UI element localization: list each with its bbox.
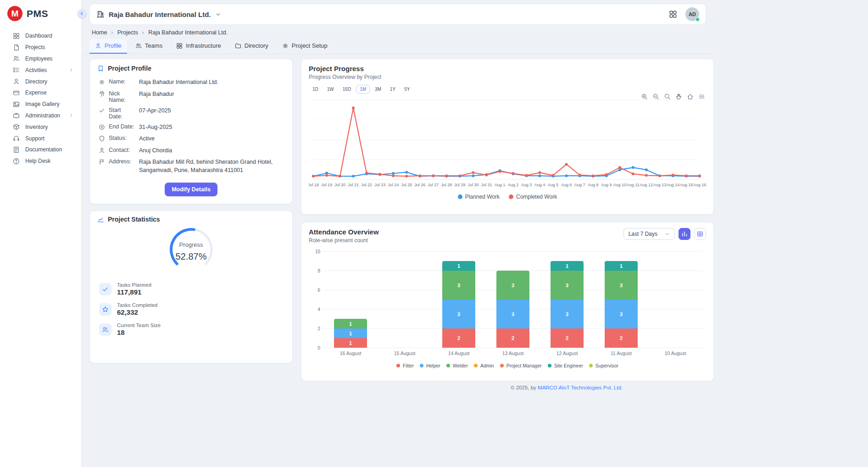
stat-label: Current Team Size bbox=[117, 322, 161, 328]
sidebar-item-expense[interactable]: Expense bbox=[0, 87, 81, 99]
svg-text:Aug 4: Aug 4 bbox=[534, 183, 545, 187]
progress-line-chart[interactable]: Jul 18Jul 19Jul 20Jul 21Jul 22Jul 23Jul … bbox=[309, 95, 707, 189]
legend-item[interactable]: Site Engineer bbox=[548, 363, 583, 368]
field-label: Nick Name: bbox=[109, 90, 135, 103]
legend-label: Supervisor bbox=[595, 363, 618, 368]
svg-text:Jul 19: Jul 19 bbox=[321, 183, 332, 187]
attendance-bar-chart[interactable]: 024681011116 August15 August233114 Augus… bbox=[309, 245, 707, 360]
field-value: Raja Bahadur bbox=[139, 90, 281, 99]
breadcrumb-projects[interactable]: Projects bbox=[117, 29, 138, 36]
sidebar-item-label: Expense bbox=[25, 89, 47, 96]
legend-item[interactable]: Completed Work bbox=[509, 194, 557, 200]
svg-text:3: 3 bbox=[620, 311, 623, 317]
attendance-controls: Last 7 Days bbox=[623, 228, 706, 240]
sidebar-item-image-gallery[interactable]: Image Gallery bbox=[0, 99, 81, 110]
sidebar-item-label: Documentation bbox=[25, 146, 62, 153]
zoom-out-icon[interactable] bbox=[652, 93, 659, 100]
svg-text:Aug 14: Aug 14 bbox=[667, 183, 680, 187]
tab-project-setup[interactable]: Project Setup bbox=[277, 39, 333, 54]
breadcrumb: Home › Projects › Raja Bahadur Internati… bbox=[92, 29, 706, 36]
sidebar-item-support[interactable]: Support bbox=[0, 133, 81, 144]
zoom-in-icon[interactable] bbox=[641, 93, 648, 100]
footer-company-link[interactable]: MARCO AIoT Technologies Pvt. Ltd. bbox=[538, 385, 623, 390]
svg-text:Aug 3: Aug 3 bbox=[521, 183, 532, 187]
breadcrumb-current: Raja Bahadur International Ltd. bbox=[148, 29, 228, 36]
field-name: Name: Raja Bahadur International Ltd. bbox=[97, 77, 285, 89]
chart-toolbar bbox=[641, 93, 705, 100]
legend-item[interactable]: Fitter bbox=[396, 363, 414, 368]
legend-label: Site Engineer bbox=[554, 363, 583, 368]
svg-text:1: 1 bbox=[620, 263, 623, 269]
legend-item[interactable]: Helper bbox=[420, 363, 440, 368]
document-icon bbox=[13, 146, 20, 153]
legend-item[interactable]: Supervisor bbox=[589, 363, 618, 368]
legend-item[interactable]: Project Manager bbox=[500, 363, 542, 368]
svg-text:Jul 25: Jul 25 bbox=[401, 183, 412, 187]
svg-text:3: 3 bbox=[457, 283, 460, 288]
sidebar-item-employees[interactable]: Employees bbox=[0, 53, 81, 65]
date-range-value: Last 7 Days bbox=[629, 231, 657, 237]
top-header-bar: Raja Bahadur International Ltd. AD bbox=[89, 4, 706, 25]
sidebar-item-help-desk[interactable]: Help Desk bbox=[0, 156, 81, 167]
svg-text:14 August: 14 August bbox=[448, 350, 470, 356]
pan-icon[interactable] bbox=[675, 93, 682, 100]
range-1m[interactable]: 1M bbox=[356, 85, 370, 94]
svg-text:Jul 26: Jul 26 bbox=[414, 183, 425, 187]
svg-text:Jul 23: Jul 23 bbox=[374, 183, 385, 187]
svg-text:13 August: 13 August bbox=[502, 350, 524, 356]
field-label: Start Date: bbox=[109, 107, 135, 120]
svg-text:Aug 8: Aug 8 bbox=[588, 183, 599, 187]
svg-text:Aug 2: Aug 2 bbox=[508, 183, 519, 187]
sidebar-item-documentation[interactable]: Documentation bbox=[0, 144, 81, 156]
table-view-toggle[interactable] bbox=[694, 228, 706, 240]
svg-text:2: 2 bbox=[620, 335, 623, 341]
sidebar-item-projects[interactable]: Projects bbox=[0, 42, 81, 53]
field-end-date: End Date: 31-Aug-2025 bbox=[97, 122, 285, 133]
card-subtitle: Role-wise present count bbox=[309, 237, 379, 244]
sidebar-item-administration[interactable]: Administration bbox=[0, 110, 81, 122]
menu-icon[interactable] bbox=[698, 93, 705, 100]
sidebar-collapse-button[interactable] bbox=[78, 9, 86, 18]
profile-fields: Name: Raja Bahadur International Ltd. Ni… bbox=[97, 77, 285, 176]
svg-text:Aug 13: Aug 13 bbox=[653, 183, 667, 187]
date-range-select[interactable]: Last 7 Days bbox=[623, 228, 675, 240]
company-selector[interactable]: Raja Bahadur International Ltd. bbox=[109, 11, 211, 18]
svg-text:Jul 20: Jul 20 bbox=[334, 183, 345, 187]
sidebar-item-label: Activities bbox=[25, 67, 47, 73]
tab-label: Profile bbox=[105, 42, 122, 49]
chart-view-toggle[interactable] bbox=[679, 228, 690, 240]
range-3m[interactable]: 3M bbox=[371, 85, 385, 94]
attendance-overview-card: Attendance Overview Role-wise present co… bbox=[301, 222, 714, 381]
apps-grid-icon[interactable] bbox=[669, 10, 677, 18]
range-1d[interactable]: 1D bbox=[309, 85, 322, 94]
svg-text:1: 1 bbox=[457, 263, 460, 269]
sidebar-item-directory[interactable]: Directory bbox=[0, 76, 81, 87]
app-logo[interactable]: M PMS bbox=[0, 0, 81, 27]
legend-item[interactable]: Admin bbox=[474, 363, 494, 368]
range-1w[interactable]: 1W bbox=[323, 85, 338, 94]
chevron-down-icon[interactable] bbox=[215, 11, 221, 17]
field-address: Address: Raja Bahadur Mill Rd, behind Sh… bbox=[97, 156, 285, 176]
sidebar-item-dashboard[interactable]: Dashboard bbox=[0, 30, 81, 42]
svg-text:Jul 27: Jul 27 bbox=[428, 183, 439, 187]
avatar-initials: AD bbox=[689, 11, 696, 17]
tab-directory[interactable]: Directory bbox=[229, 39, 274, 54]
selection-zoom-icon[interactable] bbox=[664, 93, 671, 100]
avatar[interactable]: AD bbox=[685, 7, 699, 21]
range-5y[interactable]: 5Y bbox=[401, 85, 413, 94]
breadcrumb-home[interactable]: Home bbox=[92, 29, 107, 36]
chevron-left-icon bbox=[79, 11, 84, 16]
range-1y[interactable]: 1Y bbox=[386, 85, 399, 94]
tab-infrastructure[interactable]: Infrastructure bbox=[171, 39, 227, 54]
tab-profile[interactable]: Profile bbox=[89, 39, 127, 54]
range-15d[interactable]: 15D bbox=[339, 85, 355, 94]
svg-text:Jul 24: Jul 24 bbox=[388, 183, 399, 187]
tab-teams[interactable]: Teams bbox=[130, 39, 168, 54]
sidebar-item-inventory[interactable]: Inventory bbox=[0, 121, 81, 133]
field-label: Contact: bbox=[109, 147, 135, 153]
modify-details-button[interactable]: Modify Details bbox=[165, 183, 217, 196]
reset-home-icon[interactable] bbox=[687, 93, 694, 100]
legend-item[interactable]: Welder bbox=[446, 363, 468, 368]
legend-item[interactable]: Planned Work bbox=[458, 194, 500, 200]
sidebar-item-activities[interactable]: Activities bbox=[0, 64, 81, 76]
